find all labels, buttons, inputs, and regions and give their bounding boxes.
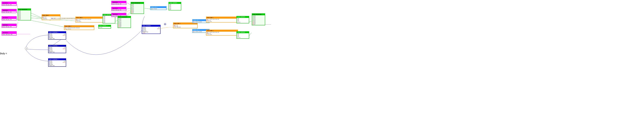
square-wave-t2-2: squareWave Period = 500, Duty = 250 xyxy=(111,7,126,11)
square-wave-t2-1: squareWave Period = 500, Duty = 250 xyxy=(111,1,126,5)
tile2-output6: TILE2_OUTPUT6 out0 out1 out2 out = i0 xyxy=(236,31,249,39)
tile2-boundary-output: TILE2_BOUNDARY out0 out1 out2 out3 out4 … xyxy=(252,13,265,25)
svg-line-22 xyxy=(249,33,252,36)
svg-line-21 xyxy=(249,21,252,22)
square-wave-2: squareWave Period = 500, Duty = 250 xyxy=(2,9,17,13)
para-node: para xyxy=(164,23,166,25)
one-node: 1 xyxy=(25,47,28,50)
duly-annotation: Duly = xyxy=(0,52,7,55)
square-wave-3: squareWave Period = 500, Duty = 250 xyxy=(2,16,17,20)
tile2-output4: TILE2_OUTPUT4 out0 out1 out2 out3 out4 xyxy=(168,2,181,10)
square-wave-1: squareWave Period = 500, Duty = 250 xyxy=(2,2,17,6)
tile2-lut0: TILE2_LUT_0 out = i0 & | i2 xyxy=(150,6,166,10)
tile2-counter: TILE2_COUNTER_ resetzero eventmatch1 cou… xyxy=(142,25,160,34)
svg-line-12 xyxy=(126,11,131,15)
tile1-counter2: TILE1_COUNTER_2 resetzero eventmatch1 co… xyxy=(48,58,66,67)
svg-line-8 xyxy=(31,20,64,27)
tile1-output5: TILE1_OUTPUT_5 out = i0 xyxy=(98,25,111,28)
main-canvas: squareWave Period = 500, Duty = 250 squa… xyxy=(0,0,644,135)
square-wave-5: squareWave Period = 3000, Duty = 1500 xyxy=(2,31,17,35)
tile2-fsm2: TILE2_FSM_2 o = (~i2) & (~i0) & (~i0) & … xyxy=(206,30,238,35)
tile2-fsm0: TILE2_FSM_0 s0 = e0 s1 = e1 out = i0/e0 … xyxy=(173,22,198,28)
tile1-counter0: TILE1_COUNTER_0 resetzero eventmatch1 co… xyxy=(48,31,66,40)
svg-line-5 xyxy=(31,13,42,18)
tile1-boundary-right: TILE1_BOUNDARY out0 out1 out2 out3 out4 … xyxy=(118,16,131,28)
tile1-fsm1: TILE1_FSM_1 o = (~i0) & i1 & x1) | (i0 &… xyxy=(76,17,106,22)
tile2-output5: TILE2_OUTPUT5 out0 out1 out2 out = i0 xyxy=(236,16,249,23)
tile1-boundary-left: TILE1_BOUNDARY in0 in1 in2 in3 in4 in5 i… xyxy=(18,8,31,20)
tile1-counter1: TILE1_COUNTER_1 resetzero eventmatch1 co… xyxy=(48,45,66,53)
tile2-fsm1: TILE2_FSM_1 o = (~i2) & (~i0) & (~i0) & … xyxy=(206,17,238,22)
tile2-boundary-input: TILE2_BOUNDARY in0 in1 in2 in3 in4 in5 i… xyxy=(131,2,144,14)
tile1-fsm2: TILE1_FSM_2 o = (~i0) & i1 & x1) | (i0 &… xyxy=(64,25,94,30)
svg-line-13 xyxy=(144,8,150,9)
svg-line-11 xyxy=(126,8,131,9)
svg-line-10 xyxy=(126,2,131,5)
svg-line-3 xyxy=(17,22,18,27)
square-wave-4: squareWave Period = 500, Duty = 250 xyxy=(2,24,17,28)
